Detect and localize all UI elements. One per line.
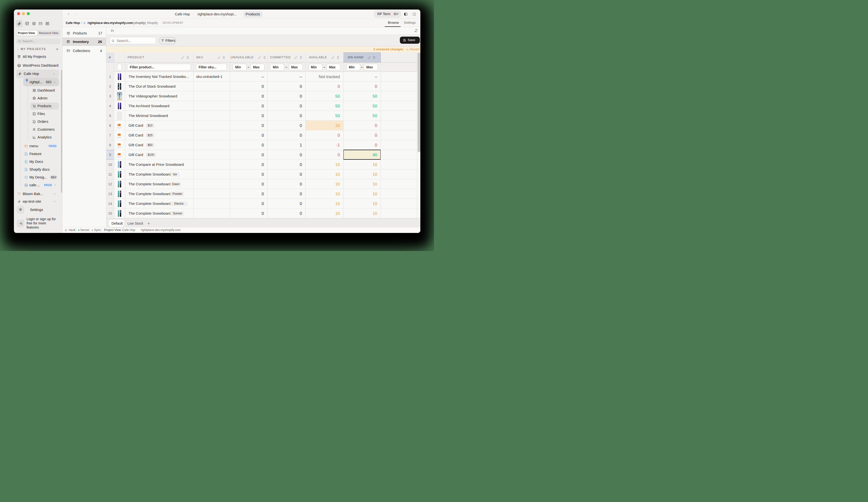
svg-text:S: S [84,22,85,24]
